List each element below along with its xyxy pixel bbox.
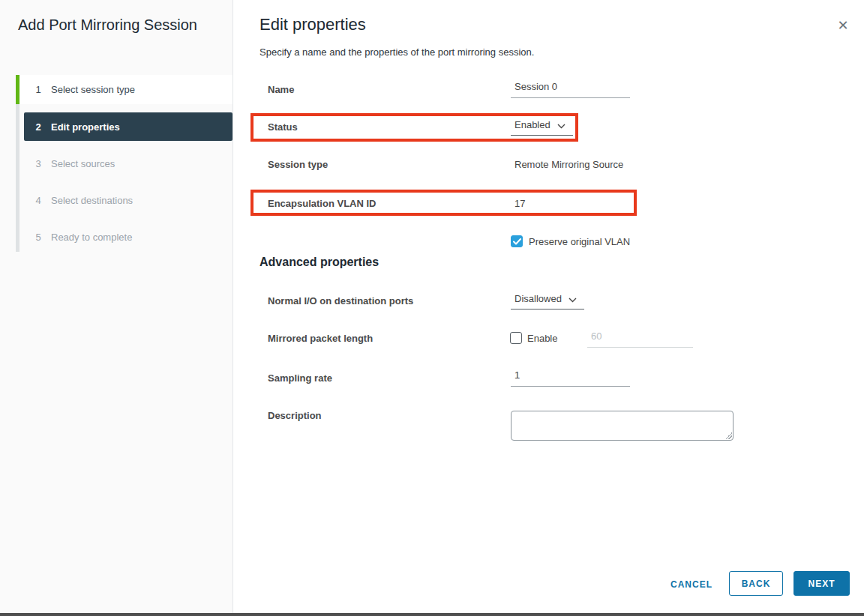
name-label: Name bbox=[268, 84, 294, 95]
status-dropdown-value: Enabled bbox=[514, 119, 550, 130]
chevron-down-icon bbox=[557, 120, 566, 131]
step-label: Select session type bbox=[51, 84, 135, 95]
mirrored-packet-length-input[interactable] bbox=[587, 327, 693, 348]
step-select-destinations[interactable]: 4 Select destinations bbox=[20, 186, 232, 214]
add-port-mirroring-dialog: Add Port Mirroring Session 1 Select sess… bbox=[0, 0, 864, 616]
chevron-down-icon bbox=[568, 294, 577, 305]
encapsulation-vlan-id-label: Encapsulation VLAN ID bbox=[268, 198, 376, 209]
mirrored-packet-length-enable-label: Enable bbox=[527, 333, 557, 344]
window-bottom-edge bbox=[0, 613, 864, 616]
step-number: 5 bbox=[33, 232, 44, 243]
name-input[interactable] bbox=[511, 78, 630, 98]
step-label: Select destinations bbox=[51, 195, 133, 206]
wizard-title: Add Port Mirroring Session bbox=[18, 15, 206, 35]
step-select-session-type[interactable]: 1 Select session type bbox=[20, 75, 232, 104]
step-number: 1 bbox=[33, 84, 44, 95]
normal-io-dropdown[interactable]: Disallowed bbox=[511, 289, 584, 309]
step-label: Select sources bbox=[51, 158, 115, 169]
step-select-sources[interactable]: 3 Select sources bbox=[20, 149, 232, 178]
wizard-sidebar: Add Port Mirroring Session 1 Select sess… bbox=[0, 0, 233, 613]
preserve-original-vlan-checkbox[interactable] bbox=[511, 235, 523, 247]
page-subtitle: Specify a name and the properties of the… bbox=[260, 46, 534, 58]
next-button[interactable]: NEXT bbox=[794, 571, 850, 596]
advanced-properties-heading: Advanced properties bbox=[260, 256, 379, 269]
sampling-rate-label: Sampling rate bbox=[268, 372, 332, 384]
step-number: 4 bbox=[33, 195, 44, 206]
encapsulation-vlan-id-value[interactable]: 17 bbox=[514, 198, 525, 209]
preserve-original-vlan-label: Preserve original VLAN bbox=[529, 236, 630, 247]
sampling-rate-input[interactable] bbox=[511, 366, 630, 387]
cancel-button[interactable]: CANCEL bbox=[668, 572, 716, 597]
page-title: Edit properties bbox=[260, 15, 366, 34]
close-icon[interactable]: ✕ bbox=[836, 18, 850, 33]
normal-io-dropdown-value: Disallowed bbox=[514, 293, 562, 304]
step-label: Ready to complete bbox=[51, 232, 132, 243]
edit-properties-panel: Edit properties Specify a name and the p… bbox=[234, 0, 864, 613]
back-button[interactable]: BACK bbox=[729, 571, 783, 596]
step-number: 2 bbox=[33, 121, 44, 133]
mirrored-packet-length-enable-checkbox[interactable] bbox=[510, 332, 522, 344]
step-edit-properties[interactable]: 2 Edit properties bbox=[24, 112, 232, 141]
step-number: 3 bbox=[33, 158, 44, 169]
description-label: Description bbox=[268, 410, 322, 421]
status-label: Status bbox=[268, 121, 298, 133]
step-label: Edit properties bbox=[51, 121, 120, 133]
step-ready-to-complete[interactable]: 5 Ready to complete bbox=[20, 223, 232, 251]
session-type-value: Remote Mirroring Source bbox=[514, 159, 623, 170]
normal-io-label: Normal I/O on destination ports bbox=[268, 295, 413, 307]
status-dropdown[interactable]: Enabled bbox=[511, 115, 573, 136]
mirrored-packet-length-label: Mirrored packet length bbox=[268, 333, 373, 344]
session-type-label: Session type bbox=[268, 159, 328, 170]
description-field-wrap bbox=[511, 411, 734, 441]
description-textarea[interactable] bbox=[511, 411, 734, 441]
